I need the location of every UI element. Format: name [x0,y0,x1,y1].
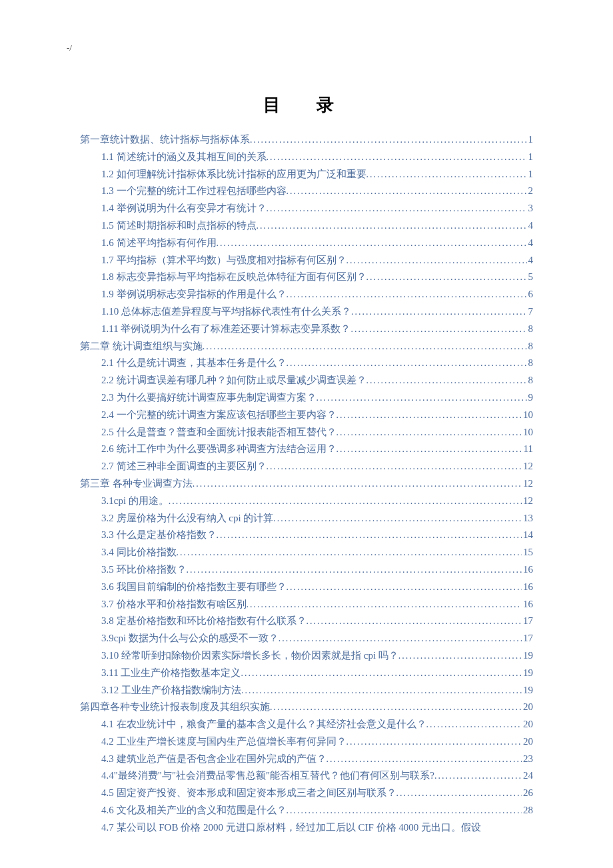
toc-dots [336,441,522,457]
toc-entry-page: 11 [522,441,533,458]
toc-dots [326,751,522,767]
toc-entry-label: 第四章各种专业统计报表制度及其组织实施 [80,699,270,716]
toc-entry[interactable]: 4.6 文化及相关产业的含义和范围是什么？28 [80,802,533,819]
toc-entry-label: 1.10 总体标志值差异程度与平均指标代表性有什么关系？ [101,303,351,321]
toc-dots [336,407,522,423]
toc-entry[interactable]: 1.1 简述统计的涵义及其相互间的关系1 [80,149,533,166]
toc-entry-label: 1.3 一个完整的统计工作过程包括哪些内容 [101,183,287,200]
toc-entry[interactable]: 1.7 平均指标（算术平均数）与强度相对指标有何区别？4 [80,252,533,269]
toc-entry[interactable]: 1.11 举例说明为什么有了标准差还要计算标志变异系数？8 [80,321,533,338]
toc-entry[interactable]: 4.7 某公司以 FOB 价格 2000 元进口原材料，经过加工后以 CIF 价… [80,819,533,837]
toc-dots [366,167,527,183]
toc-entry-page: 19 [522,682,533,699]
toc-entry[interactable]: 3.10 经常听到扣除物价因素实际增长多长，物价因素就是指 cpi 吗？19 [80,647,533,665]
table-of-contents: 第一章统计数据、统计指标与指标体系11.1 简述统计的涵义及其相互间的关系11.… [80,131,533,837]
toc-dots [241,665,522,681]
toc-entry[interactable]: 3.7 价格水平和价格指数有啥区别16 [80,596,533,613]
toc-entry[interactable]: 3.1cpi 的用途。12 [80,493,533,510]
toc-entry[interactable]: 3.8 定基价格指数和环比价格指数有什么联系？17 [80,613,533,630]
toc-entry-page: 17 [522,630,533,647]
toc-dots [287,183,527,199]
toc-entry-label: 1.9 举例说明标志变异指标的作用是什么？ [101,286,287,303]
toc-entry-page: 4 [527,217,534,235]
toc-entry[interactable]: 第二章 统计调查组织与实施8 [80,338,533,355]
toc-entry[interactable]: 2.2 统计调查误差有哪几种？如何防止或尽量减少调查误差？8 [80,372,533,389]
toc-entry-page: 9 [527,389,534,407]
toc-entry[interactable]: 2.4 一个完整的统计调查方案应该包括哪些主要内容？10 [80,407,533,424]
toc-dots [346,734,522,750]
toc-entry-page: 10 [522,407,533,424]
toc-entry-label: 1.1 简述统计的涵义及其相互间的关系 [101,149,267,166]
toc-dots [287,287,527,303]
toc-entry-page: 16 [522,596,533,613]
toc-dots [346,253,527,269]
toc-dots [350,321,526,337]
toc-entry[interactable]: 3.5 环比价格指数？16 [80,561,533,579]
toc-entry[interactable]: 1.3 一个完整的统计工作过程包括哪些内容2 [80,183,533,200]
toc-dots [396,785,522,801]
toc-entry[interactable]: 第三章 各种专业调查方法12 [80,475,533,493]
toc-dots [287,803,522,819]
toc-entry-label: 1.7 平均指标（算术平均数）与强度相对指标有何区别？ [101,252,346,269]
toc-entry-label: 3.11 工业生产价格指数基本定义 [101,665,241,682]
toc-entry[interactable]: 1.4 举例说明为什么有变异才有统计？3 [80,200,533,217]
toc-dots [306,613,522,629]
toc-entry[interactable]: 4.5 固定资产投资、资本形成和固定资本形成三者之间区别与联系？26 [80,785,533,802]
toc-dots [187,562,522,578]
toc-entry[interactable]: 1.2 如何理解统计指标体系比统计指标的应用更为广泛和重要1 [80,166,533,183]
toc-entry-page: 3 [527,200,534,217]
toc-entry[interactable]: 4.1 在农业统计中，粮食产量的基本含义是什么？其经济社会意义是什么？20 [80,716,533,733]
toc-entry-page: 8 [527,338,534,355]
toc-entry-page: 19 [522,665,533,682]
toc-entry-page: 1 [527,166,534,183]
toc-entry[interactable]: 3.4 同比价格指数15 [80,544,533,561]
toc-entry[interactable]: 3.2 房屋价格为什么没有纳入 cpi 的计算13 [80,510,533,527]
toc-dots [193,476,522,492]
toc-entry-page: 12 [522,458,533,475]
toc-entry-label: 3.10 经常听到扣除物价因素实际增长多长，物价因素就是指 cpi 吗？ [101,647,398,665]
toc-dots [398,648,522,664]
toc-dots [351,304,527,320]
toc-entry[interactable]: 第一章统计数据、统计指标与指标体系1 [80,131,533,149]
toc-entry[interactable]: 3.9cpi 数据为什么与公众的感受不一致？17 [80,630,533,647]
toc-entry[interactable]: 3.12 工业生产价格指数编制方法19 [80,682,533,699]
toc-entry-label: 1.11 举例说明为什么有了标准差还要计算标志变异系数？ [101,321,350,338]
toc-entry[interactable]: 1.10 总体标志值差异程度与平均指标代表性有什么关系？7 [80,303,533,321]
toc-dots [366,373,527,389]
toc-dots [177,545,522,561]
toc-entry[interactable]: 1.9 举例说明标志变异指标的作用是什么？6 [80,286,533,303]
toc-dots [366,269,527,285]
toc-entry-label: 2.2 统计调查误差有哪几种？如何防止或尽量减少调查误差？ [101,372,366,389]
toc-entry[interactable]: 1.6 简述平均指标有何作用4 [80,235,533,252]
toc-dots [279,631,522,647]
toc-entry[interactable]: 4.4"最终消费"与"社会消费品零售总额"能否相互替代？他们有何区别与联系?24 [80,767,533,785]
toc-entry[interactable]: 1.8 标志变异指标与平均指标在反映总体特征方面有何区别？5 [80,269,533,286]
toc-dots [203,339,527,355]
toc-entry[interactable]: 4.3 建筑业总产值是否包含企业在国外完成的产值？23 [80,751,533,768]
toc-entry[interactable]: 1.5 简述时期指标和时点指标的特点4 [80,217,533,235]
toc-entry-page: 15 [522,544,533,561]
toc-entry[interactable]: 3.11 工业生产价格指数基本定义19 [80,665,533,682]
toc-dots [287,355,527,371]
toc-entry-page: 16 [522,579,533,596]
toc-entry-label: 4.2 工业生产增长速度与国内生产总值增长率有何异同？ [101,733,346,751]
toc-dots [426,717,522,733]
toc-entry-label: 3.6 我国目前编制的价格指数主要有哪些？ [101,579,287,596]
toc-entry[interactable]: 2.6 统计工作中为什么要强调多种调查方法结合运用？11 [80,441,533,458]
toc-entry-page: 19 [522,647,533,665]
toc-entry-label: 1.4 举例说明为什么有变异才有统计？ [101,200,267,217]
toc-dots [247,597,522,613]
toc-entry[interactable]: 2.5 什么是普查？普查和全面统计报表能否相互替代？10 [80,424,533,441]
toc-entry-label: 1.6 简述平均指标有何作用 [101,235,217,252]
toc-entry-page: 20 [522,733,533,751]
toc-entry[interactable]: 3.3 什么是定基价格指数？14 [80,527,533,544]
toc-entry[interactable]: 2.1 什么是统计调查，其基本任务是什么？8 [80,355,533,372]
toc-entry[interactable]: 3.6 我国目前编制的价格指数主要有哪些？16 [80,579,533,596]
toc-entry-label: 2.6 统计工作中为什么要强调多种调查方法结合运用？ [101,441,336,458]
toc-entry[interactable]: 4.2 工业生产增长速度与国内生产总值增长率有何异同？20 [80,733,533,751]
toc-entry[interactable]: 2.7 简述三种非全面调查的主要区别？12 [80,458,533,475]
toc-entry-label: 4.7 某公司以 FOB 价格 2000 元进口原材料，经过加工后以 CIF 价… [101,819,481,837]
toc-entry[interactable]: 第四章各种专业统计报表制度及其组织实施20 [80,699,533,716]
toc-entry[interactable]: 2.3 为什么要搞好统计调查应事先制定调查方案？9 [80,389,533,407]
toc-entry-label: 4.1 在农业统计中，粮食产量的基本含义是什么？其经济社会意义是什么？ [101,716,426,733]
